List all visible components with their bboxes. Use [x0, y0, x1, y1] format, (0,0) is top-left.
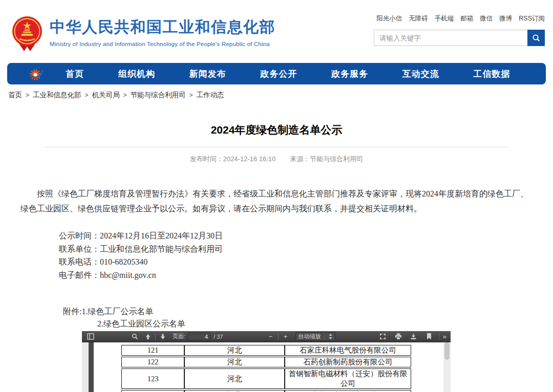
publish-time: 2024-12-16 16:10 [223, 155, 276, 163]
page-total: / 37 [214, 334, 223, 340]
breadcrumb-item[interactable]: 节能与综合利用司 [131, 91, 197, 100]
header-top-link[interactable]: 阳光小信 [376, 14, 402, 23]
site-subtitle: Ministry of Industry and Information Tec… [50, 41, 275, 47]
page-title: 2024年度绿色制造名单公示 [20, 123, 533, 137]
pdf-content-area: 121 河北 石家庄科林电气股份有限公司 122 河北 石药创新制药股份有限公司… [82, 342, 451, 392]
breadcrumb-item[interactable]: 工作动态 [197, 91, 224, 100]
print-button[interactable] [394, 332, 403, 341]
national-emblem-logo [10, 15, 44, 53]
province-cell: 河北 [184, 390, 285, 392]
zoom-in-button[interactable]: + [281, 332, 290, 341]
table-row: 123 河北 首钢智新电磁材料（迁安）股份有限公司 [121, 368, 411, 389]
bookmark-icon [427, 333, 432, 340]
bookmark-button[interactable] [424, 332, 434, 341]
source-value: 节能与综合利用司 [310, 155, 363, 163]
zoom-mode-select[interactable]: 自动缩放 [295, 332, 335, 341]
miit-gear-logo-icon [30, 67, 44, 81]
green-factory-table: 121 河北 石家庄科林电气股份有限公司 122 河北 石药创新制药股份有限公司… [121, 344, 411, 392]
search-input[interactable] [374, 30, 527, 46]
arrow-up-icon [145, 334, 151, 340]
pdf-viewer: 页面: / 37 − + 自动缩放 [82, 331, 451, 392]
viewer-left-track [82, 342, 89, 392]
fullscreen-icon [379, 333, 386, 340]
pdf-toolbar: 页面: / 37 − + 自动缩放 [82, 331, 451, 342]
sidebar-toggle-button[interactable] [86, 332, 95, 341]
contact-info: 公示时间：2024年12月16日至2024年12月30日联系单位：工业和信息化部… [20, 229, 533, 281]
publish-time-label: 发布时间： [190, 155, 223, 163]
download-button[interactable] [409, 332, 418, 341]
nav-item[interactable]: 首页 [66, 68, 84, 80]
header-top-link[interactable]: 无障碍 [409, 14, 428, 23]
body-paragraph: 按照《绿色工厂梯度培育及管理暂行办法》有关要求，经省级工业和信息化主管部门推荐及… [20, 186, 533, 216]
province-cell: 河北 [184, 345, 285, 356]
site-title: 中华人民共和国工业和信息化部 [50, 17, 275, 38]
header-top-link[interactable]: 邮箱 [460, 14, 473, 23]
nav-item[interactable]: 政务公开 [260, 68, 297, 80]
site-header: 中华人民共和国工业和信息化部 Ministry of Industry and … [0, 0, 553, 60]
row-number-cell: 124 [121, 390, 184, 392]
nav-item[interactable]: 新闻发布 [189, 68, 226, 80]
contact-info-line: 电子邮件：hbc@miit.gov.cn [59, 269, 533, 282]
nav-item[interactable]: 互动交流 [402, 68, 439, 80]
contact-info-line: 联系单位：工业和信息化部节能与综合利用司 [59, 243, 533, 256]
nav-item[interactable]: 工信数据 [474, 68, 511, 80]
title-divider [45, 147, 508, 147]
contact-info-line: 公示时间：2024年12月16日至2024年12月30日 [59, 229, 533, 243]
company-cell: 石家庄科林电气股份有限公司 [285, 345, 411, 356]
breadcrumb-item[interactable]: 首页 [8, 91, 33, 100]
header-top-link[interactable]: RSS订阅 [519, 14, 545, 23]
magnifier-icon [132, 333, 138, 340]
province-cell: 河北 [184, 368, 285, 389]
nav-item[interactable]: 政务服务 [331, 68, 368, 80]
zoom-out-button[interactable]: − [266, 332, 275, 341]
header-top-link[interactable]: 微信 [480, 14, 493, 23]
more-tools-button[interactable]: » [443, 333, 446, 340]
breadcrumb: 首页工业和信息化部机关司局节能与综合利用司工作动态 [8, 91, 224, 100]
attachment-link-1[interactable]: 1.绿色工厂公示名单 [81, 307, 153, 316]
header-top-link[interactable]: 微博 [499, 14, 512, 23]
article-meta: 发布时间：2024-12-16 16:10来源：节能与综合利用司 [20, 155, 533, 164]
breadcrumb-item[interactable]: 工业和信息化部 [33, 91, 92, 100]
top-links: 阳光小信无障碍手机端邮箱微信微博RSS订阅 [374, 14, 545, 23]
company-cell: 石药创新制药股份有限公司 [285, 357, 411, 367]
company-cell: 首钢智新电磁材料（迁安）股份有限公司 [285, 368, 411, 389]
province-cell: 河北 [184, 357, 285, 367]
nav-item[interactable]: 组织机构 [118, 68, 155, 80]
row-number-cell: 121 [121, 345, 184, 356]
breadcrumb-item[interactable]: 机关司局 [92, 91, 131, 100]
next-page-button[interactable] [158, 332, 167, 341]
pdf-page: 121 河北 石家庄科林电气股份有限公司 122 河北 石药创新制药股份有限公司… [94, 342, 443, 392]
attachments-label: 附件: [63, 307, 81, 316]
attachment-link-2[interactable]: 2.绿色工业园区公示名单 [97, 318, 533, 330]
main-nav: 首页组织机构新闻发布政务公开政务服务互动交流工信数据 [7, 63, 546, 84]
download-icon [410, 333, 417, 340]
row-number-cell: 123 [121, 368, 184, 389]
arrow-down-icon [160, 334, 166, 340]
search-icon [532, 34, 541, 42]
article: 2024年度绿色制造名单公示 发布时间：2024-12-16 16:10来源：节… [20, 117, 533, 342]
contact-info-line: 联系电话：010-68205340 [59, 255, 533, 269]
company-cell: 泰山石膏承德有限公司 [285, 390, 411, 392]
find-button[interactable] [130, 332, 139, 341]
search-button[interactable] [527, 30, 545, 46]
table-row: 124 河北 泰山石膏承德有限公司 [121, 390, 411, 392]
previous-page-button[interactable] [143, 332, 153, 341]
pdf-scrollbar-thumb[interactable] [444, 342, 450, 360]
page-number-input[interactable] [188, 333, 210, 340]
pdf-scrollbar[interactable] [443, 342, 451, 392]
page-number-label: 页面: [173, 333, 185, 340]
source-label: 来源： [290, 155, 310, 163]
printer-icon [395, 333, 402, 340]
select-arrows-icon [329, 334, 332, 339]
row-number-cell: 122 [121, 357, 184, 367]
zoom-mode-value: 自动缩放 [299, 333, 321, 340]
table-row: 121 河北 石家庄科林电气股份有限公司 [121, 345, 411, 356]
header-top-link[interactable]: 手机端 [435, 14, 454, 23]
sidebar-icon [87, 333, 94, 340]
presentation-mode-button[interactable] [378, 332, 388, 341]
table-row: 122 河北 石药创新制药股份有限公司 [121, 357, 411, 367]
